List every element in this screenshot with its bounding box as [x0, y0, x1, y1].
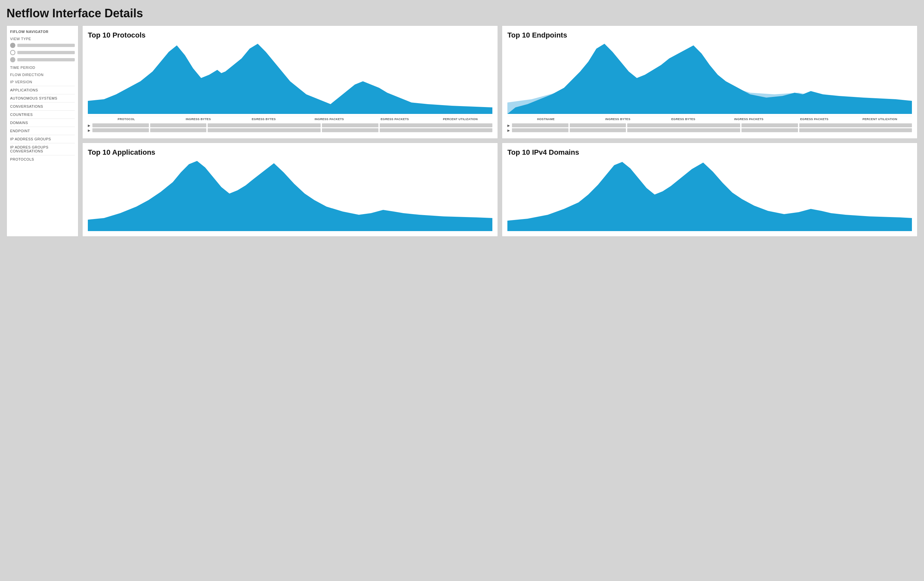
ipv4domains-title: Top 10 IPv4 Domains	[507, 148, 912, 157]
flow-direction-label: FLOW DIRECTION	[10, 73, 75, 77]
protocols-panel: Top 10 Protocols PROTOCOL INGRESS BYTES …	[82, 25, 498, 139]
endpoints-columns: HOSTNAME INGRESS BYTES EGRESS BYTES INGR…	[507, 116, 912, 122]
col-protocol: PROTOCOL	[88, 117, 165, 121]
sidebar-item-ip-address-groups[interactable]: IP ADDRESS GROUPS	[10, 135, 75, 143]
ipv4domains-chart	[507, 159, 912, 231]
protocols-chart	[88, 42, 492, 114]
col-egress-packets: EGRESS PACKETS	[363, 117, 427, 121]
option-bar-3	[17, 58, 75, 61]
endpoints-svg	[507, 42, 912, 114]
row-bar-4	[741, 128, 798, 132]
row-bar-2	[150, 128, 207, 132]
col-ingress-bytes: INGRESS BYTES	[166, 117, 231, 121]
endpoints-data-rows: ▶ ▶	[507, 123, 912, 132]
sidebar-title: FIFLOW NAVIGATOR	[10, 30, 75, 34]
ipv4domains-svg	[507, 159, 912, 231]
sidebar-item-ip-address-groups-conversations[interactable]: IP ADDRES GROUPS CONVERSATIONS	[10, 143, 75, 155]
table-row: ▶	[507, 123, 912, 127]
applications-panel: Top 10 Applications	[82, 143, 498, 237]
view-type-label: VIEW TYPE	[10, 37, 75, 41]
sidebar-item-conversations[interactable]: CONVERSATIONS	[10, 102, 75, 110]
applications-title: Top 10 Applications	[88, 148, 492, 157]
view-option-3[interactable]	[10, 57, 75, 63]
sidebar-item-applications[interactable]: APPLICATIONS	[10, 86, 75, 94]
col-egress-bytes-ep: EGRESS BYTES	[652, 117, 716, 121]
sidebar-item-countries[interactable]: COUNTRIES	[10, 110, 75, 119]
row-expand-icon[interactable]: ▶	[88, 128, 91, 132]
col-percent-util-ep: PERCENT UTILIZATION	[848, 117, 912, 121]
sidebar-item-protocols[interactable]: PROTOCOLS	[10, 155, 75, 163]
col-percent-util: PERCENT UTILIZATION	[428, 117, 492, 121]
row-expand-icon[interactable]: ▶	[507, 124, 511, 127]
table-row: ▶	[88, 123, 492, 127]
view-option-2[interactable]	[10, 50, 75, 55]
row-bar-2	[150, 123, 207, 127]
sidebar-item-endpoint[interactable]: ENDPOINT	[10, 127, 75, 135]
protocols-data-rows: ▶ ▶	[88, 123, 492, 132]
view-option-1[interactable]	[10, 43, 75, 48]
applications-chart	[88, 159, 492, 231]
table-row: ▶	[88, 128, 492, 132]
row-expand-icon[interactable]: ▶	[507, 128, 511, 132]
sidebar-item-domains[interactable]: DOMAINS	[10, 119, 75, 127]
option-bar-2	[17, 51, 75, 54]
row-bar-3	[208, 123, 320, 127]
radio-empty-icon	[10, 50, 15, 55]
row-bar-3	[208, 128, 320, 132]
protocols-svg	[88, 42, 492, 114]
col-ingress-bytes-ep: INGRESS BYTES	[586, 117, 650, 121]
main-layout: FIFLOW NAVIGATOR VIEW TYPE TIME PERIOD F…	[7, 25, 917, 237]
ipv4domains-panel: Top 10 IPv4 Domains	[502, 143, 917, 237]
endpoints-panel: Top 10 Endpoints HOSTNAME INGRESS BYTES …	[502, 25, 917, 139]
content-area: Top 10 Protocols PROTOCOL INGRESS BYTES …	[82, 25, 917, 237]
row-bar-3	[627, 123, 740, 127]
row-bar-2	[570, 123, 626, 127]
col-egress-packets-ep: EGRESS PACKETS	[782, 117, 846, 121]
col-hostname: HOSTNAME	[507, 117, 584, 121]
endpoints-title: Top 10 Endpoints	[507, 31, 912, 40]
row-bar-4	[741, 123, 798, 127]
row-bar-5	[799, 128, 912, 132]
radio-filled2-icon	[10, 57, 15, 63]
row-expand-icon[interactable]: ▶	[88, 124, 91, 127]
svg-marker-3	[88, 161, 492, 231]
radio-filled-icon	[10, 43, 15, 48]
row-bar-5	[380, 123, 492, 127]
row-bar-5	[799, 123, 912, 127]
ip-version-label: IP VERSION	[10, 80, 75, 84]
row-bar-1	[512, 123, 568, 127]
svg-marker-0	[88, 44, 492, 114]
view-type-options	[10, 43, 75, 63]
col-ingress-packets-ep: INGRESS PACKETS	[717, 117, 781, 121]
row-bar-1	[512, 128, 568, 132]
option-bar-1	[17, 44, 75, 47]
svg-marker-2	[507, 44, 912, 114]
row-bar-2	[570, 128, 626, 132]
sidebar: FIFLOW NAVIGATOR VIEW TYPE TIME PERIOD F…	[7, 25, 78, 237]
row-bar-3	[627, 128, 740, 132]
endpoints-chart	[507, 42, 912, 114]
svg-marker-4	[507, 162, 912, 231]
row-bar-1	[92, 128, 149, 132]
applications-svg	[88, 159, 492, 231]
protocols-title: Top 10 Protocols	[88, 31, 492, 40]
col-egress-bytes: EGRESS BYTES	[232, 117, 296, 121]
col-ingress-packets: INGRESS PACKETS	[297, 117, 361, 121]
protocols-columns: PROTOCOL INGRESS BYTES EGRESS BYTES INGR…	[88, 116, 492, 122]
row-bar-1	[92, 123, 149, 127]
row-bar-4	[322, 123, 378, 127]
row-bar-4	[322, 128, 378, 132]
table-row: ▶	[507, 128, 912, 132]
page-title: Netflow Interface Details	[7, 7, 917, 20]
row-bar-5	[380, 128, 492, 132]
sidebar-item-autonomous-systems[interactable]: AUTONOMOUS SYSTEMS	[10, 94, 75, 102]
time-period-label: TIME PERIOD	[10, 66, 75, 69]
